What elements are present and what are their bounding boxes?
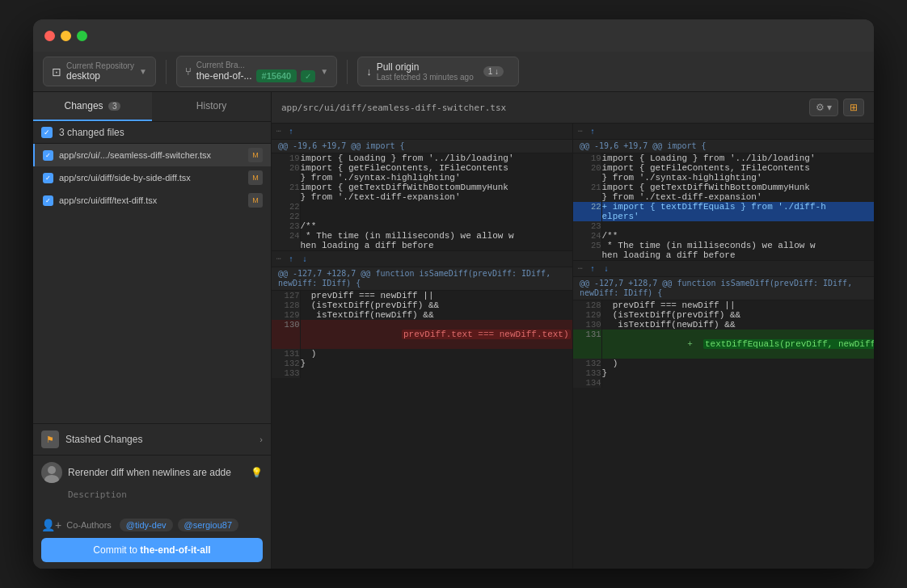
file-item-1[interactable]: ✓ app/src/ui/.../seamless-diff-switcher.… xyxy=(33,144,271,166)
add-authors-icon[interactable]: 👤+ xyxy=(41,519,61,531)
file-mod-badge-3: M xyxy=(248,193,263,208)
table-row: 130 prevDiff.text === newDiff.text) xyxy=(272,320,572,349)
sidebar-tabs: Changes 3 History xyxy=(33,92,271,122)
commit-area: 💡 👤+ Co-Authors @tidy-dev @sergiou87 Com… xyxy=(33,455,271,569)
file-item-2[interactable]: ✓ app/src/ui/diff/side-by-side-diff.tsx … xyxy=(33,166,271,189)
expand-down-btn-left[interactable]: ↓ xyxy=(297,253,311,265)
chevron-down-icon-2: ▼ xyxy=(320,67,328,76)
file-checkbox-1[interactable]: ✓ xyxy=(43,150,53,161)
table-row: 19 import { Loading } from '../lib/loadi… xyxy=(272,153,572,163)
close-button[interactable] xyxy=(44,31,55,41)
table-row: 134 xyxy=(573,378,874,388)
diff-content: ⋯ ↑ @@ -19,6 +19,7 @@ import { 19 import… xyxy=(272,124,874,569)
diff-table-left-1: 19 import { Loading } from '../lib/loadi… xyxy=(272,153,572,250)
hunk-header-2-right: @@ -127,7 +128,7 @@ function isSameDiff(… xyxy=(580,279,852,297)
table-row: 129 isTextDiff(newDiff) && xyxy=(272,310,572,320)
hunk-header-1-left: @@ -19,6 +19,7 @@ import { xyxy=(278,141,405,150)
stash-icon: ⚑ xyxy=(41,430,59,448)
table-row: 132 ) xyxy=(573,359,874,368)
repo-name: desktop xyxy=(66,70,134,82)
branch-icon: ⑂ xyxy=(185,65,192,78)
table-row: } from './syntax-highlighting' xyxy=(573,173,874,183)
diff-header: app/src/ui/diff/seamless-diff-switcher.t… xyxy=(272,92,874,124)
file-checkbox-2[interactable]: ✓ xyxy=(43,173,53,183)
author-tag-1[interactable]: @tidy-dev xyxy=(120,519,173,531)
table-row: elpers' xyxy=(573,212,874,221)
table-row: hen loading a diff before xyxy=(573,250,874,260)
table-row: 131 + textDiffEquals(prevDiff, newDiff) xyxy=(573,330,874,359)
commit-button[interactable]: Commit to the-end-of-it-all xyxy=(41,538,263,562)
split-view-button[interactable]: ⊞ xyxy=(843,99,864,116)
description-input[interactable] xyxy=(41,488,263,512)
table-row: 131 ) xyxy=(272,349,572,359)
table-row: 21 import { getTextDiffWithBottomDummyHu… xyxy=(573,183,874,192)
pull-origin-btn[interactable]: ↓ Pull origin Last fetched 3 minutes ago… xyxy=(357,57,519,86)
hunk-header-2-left: @@ -127,7 +128,7 @@ function isSameDiff(… xyxy=(278,269,551,288)
expand-down-btn-right[interactable]: ↓ xyxy=(599,262,613,275)
branch-label: Current Bra... xyxy=(196,61,315,69)
repo-icon: ⊡ xyxy=(52,65,61,78)
chevron-right-icon: › xyxy=(259,435,263,444)
table-row: } from './syntax-highlighting' xyxy=(272,173,572,183)
table-row: hen loading a diff before xyxy=(272,241,572,250)
expand-mid-btn-right[interactable]: ↑ xyxy=(585,262,599,275)
table-row: 129 (isTextDiff(prevDiff) && xyxy=(573,310,874,320)
table-row: } from './text-diff-expansion' xyxy=(272,192,572,202)
sidebar: Changes 3 History ✓ 3 changed files ✓ ap… xyxy=(33,92,272,569)
stash-label: Stashed Changes xyxy=(65,434,259,445)
changed-files-header: ✓ 3 changed files xyxy=(33,122,271,144)
changes-badge: 3 xyxy=(108,102,121,111)
diff-table-left-2: 127 prevDiff === newDiff || 128 (isTextD… xyxy=(272,291,572,378)
maximize-button[interactable] xyxy=(77,31,87,41)
tab-changes[interactable]: Changes 3 xyxy=(33,92,152,121)
titlebar xyxy=(33,19,874,52)
expand-up-btn-left[interactable]: ↑ xyxy=(284,125,297,137)
table-row: 133 xyxy=(272,368,572,378)
table-row: 22 + import { textDiffEquals } from './d… xyxy=(573,202,874,212)
author-tag-2[interactable]: @sergiou87 xyxy=(178,519,238,531)
hunk-header-1-right: @@ -19,6 +19,7 @@ import { xyxy=(580,141,707,150)
minimize-button[interactable] xyxy=(61,31,71,41)
table-row: 22 xyxy=(272,212,572,221)
table-row: 128 prevDiff === newDiff || xyxy=(573,300,874,310)
pull-label: Pull origin xyxy=(377,61,474,73)
table-row: } from './text-diff-expansion' xyxy=(573,192,874,202)
file-list: ✓ app/src/ui/.../seamless-diff-switcher.… xyxy=(33,144,271,423)
select-all-checkbox[interactable]: ✓ xyxy=(41,127,53,138)
expand-up-btn-right[interactable]: ↑ xyxy=(585,125,599,137)
branch-selector[interactable]: ⑂ Current Bra... the-end-of-... #15640 ✓… xyxy=(176,56,337,87)
repo-selector[interactable]: ⊡ Current Repository desktop ▼ xyxy=(43,57,156,86)
file-name-1: app/src/ui/.../seamless-diff-switcher.ts… xyxy=(59,150,243,160)
diff-settings-button[interactable]: ⚙ ▾ xyxy=(809,99,838,116)
expand-mid-btn-left[interactable]: ↑ xyxy=(284,253,297,265)
commit-msg-row: 💡 xyxy=(41,462,263,483)
table-row: 23 xyxy=(573,221,874,231)
table-row: 130 isTextDiff(newDiff) && xyxy=(573,320,874,330)
divider-1 xyxy=(166,60,167,84)
table-row: 24 * The time (in milliseconds) we allow… xyxy=(272,231,572,241)
table-row: 132 } xyxy=(272,359,572,368)
toolbar: ⊡ Current Repository desktop ▼ ⑂ Current… xyxy=(33,52,874,92)
diff-right-pane: ⋯ ↑ @@ -19,6 +19,7 @@ import { 19 import… xyxy=(573,124,874,569)
main-content: Changes 3 History ✓ 3 changed files ✓ ap… xyxy=(33,92,874,569)
table-row: 19 import { Loading } from '../lib/loadi… xyxy=(573,153,874,163)
file-item-3[interactable]: ✓ app/src/ui/diff/text-diff.tsx M xyxy=(33,189,271,212)
diff-filepath: app/src/ui/diff/seamless-diff-switcher.t… xyxy=(281,103,506,113)
stashed-changes-section[interactable]: ⚑ Stashed Changes › xyxy=(33,423,271,455)
pull-count: 1 ↓ xyxy=(483,66,504,77)
file-name-2: app/src/ui/diff/side-by-side-diff.tsx xyxy=(59,173,243,183)
pull-sub: Last fetched 3 minutes ago xyxy=(377,73,474,82)
co-authors-label: Co-Authors xyxy=(66,520,112,530)
tab-history[interactable]: History xyxy=(152,92,271,121)
file-mod-badge-1: M xyxy=(248,148,263,162)
co-authors-row: 👤+ Co-Authors @tidy-dev @sergiou87 xyxy=(41,517,263,533)
commit-message-input[interactable] xyxy=(68,467,245,478)
pr-number: #15640 xyxy=(256,69,297,82)
table-row: 22 xyxy=(272,202,572,212)
table-row: 128 (isTextDiff(prevDiff) && xyxy=(272,300,572,310)
file-mod-badge-2: M xyxy=(248,170,263,185)
diff-left-pane: ⋯ ↑ @@ -19,6 +19,7 @@ import { 19 import… xyxy=(272,124,573,569)
file-checkbox-3[interactable]: ✓ xyxy=(43,195,53,206)
table-row: 20 import { getFileContents, IFileConten… xyxy=(573,163,874,173)
chevron-down-icon: ▼ xyxy=(139,67,147,76)
